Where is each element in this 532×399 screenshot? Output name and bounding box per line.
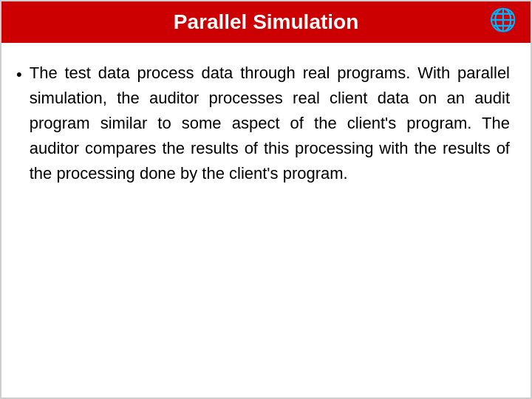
slide-title: Parallel Simulation [43,10,489,34]
bullet-item: • The test data process data through rea… [16,61,510,186]
content-area: • The test data process data through rea… [1,43,531,398]
slide-container: Parallel Simulation 🌐 • The test data pr… [0,0,532,399]
bullet-dot: • [16,62,22,86]
globe-icon: 🌐 [489,9,516,35]
bullet-text: The test data process data through real … [30,61,510,186]
title-bar: Parallel Simulation 🌐 [1,1,531,43]
